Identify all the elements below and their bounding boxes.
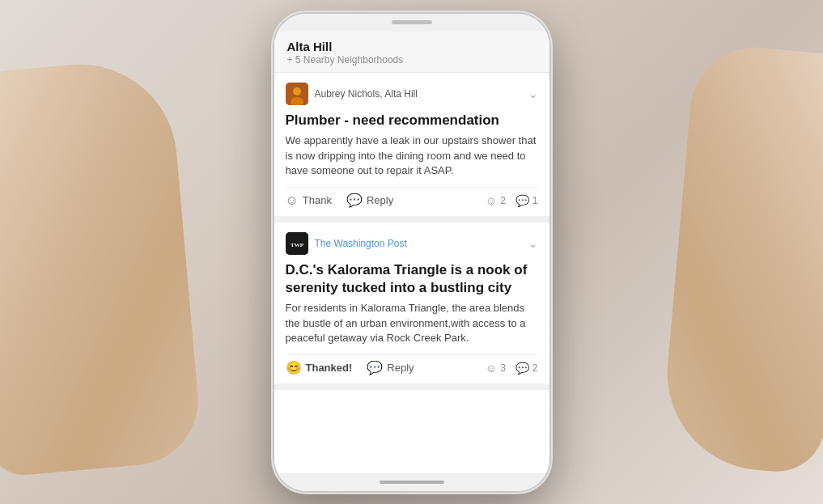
svg-text:TWP: TWP bbox=[291, 242, 304, 248]
post-1-author-row: Aubrey Nichols, Alta Hill bbox=[286, 83, 418, 105]
post-1-thank-button[interactable]: ☺ Thank bbox=[286, 193, 332, 208]
post-1-chevron-icon[interactable]: ⌄ bbox=[528, 87, 538, 100]
post-2-chevron-icon[interactable]: ⌄ bbox=[528, 237, 538, 250]
svg-point-1 bbox=[293, 87, 301, 95]
post-1-header: Aubrey Nichols, Alta Hill ⌄ bbox=[286, 83, 538, 105]
post-2-thanks-stat: ☺ 3 bbox=[486, 362, 506, 375]
replies-stat-icon: 💬 bbox=[515, 194, 529, 207]
post-1-reply-label: Reply bbox=[367, 194, 393, 206]
post-2-thanks-count: 3 bbox=[500, 362, 506, 374]
post-2-thank-label: Thanked! bbox=[306, 362, 353, 374]
thanks-stat-icon: ☺ bbox=[486, 194, 497, 207]
thanks-stat-icon-2: ☺ bbox=[486, 362, 497, 375]
post-2-stats: ☺ 3 💬 2 bbox=[486, 362, 538, 375]
post-1-body: We apparently have a leak in our upstair… bbox=[286, 133, 538, 180]
post-1-stats: ☺ 2 💬 1 bbox=[486, 194, 538, 207]
phone-screen: Alta Hill + 5 Nearby Neighborhoods bbox=[274, 32, 549, 473]
post-1-thanks-stat: ☺ 2 bbox=[486, 194, 506, 207]
phone-top-bar bbox=[274, 14, 549, 32]
location-subtitle: + 5 Nearby Neighborhoods bbox=[287, 54, 537, 66]
phone-bottom-bar bbox=[274, 473, 549, 491]
post-1-action-bar: ☺ Thank 💬 Reply ☺ 2 💬 bbox=[286, 187, 538, 208]
post-2-reply-button[interactable]: 💬 Reply bbox=[367, 360, 414, 375]
post-card-1: Aubrey Nichols, Alta Hill ⌄ Plumber - ne… bbox=[274, 73, 549, 223]
replies-stat-icon-2: 💬 bbox=[515, 362, 529, 375]
phone-frame: Alta Hill + 5 Nearby Neighborhoods bbox=[274, 14, 549, 491]
post-2-thank-button[interactable]: 😊 Thanked! bbox=[286, 360, 353, 375]
reply-icon: 💬 bbox=[346, 193, 363, 208]
post-2-action-bar: 😊 Thanked! 💬 Reply ☺ 3 💬 bbox=[286, 354, 538, 375]
feed: Aubrey Nichols, Alta Hill ⌄ Plumber - ne… bbox=[274, 73, 549, 473]
post-1-author-name: Aubrey Nichols, Alta Hill bbox=[315, 88, 418, 100]
post-2-body: For residents in Kalorama Triangle, the … bbox=[286, 301, 538, 347]
post-1-avatar bbox=[286, 83, 308, 105]
location-header: Alta Hill + 5 Nearby Neighborhoods bbox=[274, 32, 549, 73]
post-card-2: TWP The Washington Post ⌄ D.C.'s Kaloram… bbox=[274, 222, 549, 390]
phone-speaker bbox=[392, 20, 432, 24]
post-2-replies-count: 2 bbox=[532, 362, 538, 374]
post-1-thank-label: Thank bbox=[303, 194, 332, 206]
thanked-icon: 😊 bbox=[286, 360, 302, 375]
post-1-replies-count: 1 bbox=[532, 195, 538, 206]
post-2-replies-stat: 💬 2 bbox=[515, 362, 538, 375]
reply-icon-2: 💬 bbox=[367, 360, 383, 375]
post-2-avatar: TWP bbox=[286, 232, 308, 255]
home-indicator bbox=[380, 481, 444, 484]
post-1-reply-button[interactable]: 💬 Reply bbox=[346, 193, 393, 208]
thank-icon: ☺ bbox=[286, 193, 299, 208]
location-title: Alta Hill bbox=[287, 40, 537, 53]
post-1-replies-stat: 💬 1 bbox=[515, 194, 538, 207]
post-2-author-row: TWP The Washington Post bbox=[286, 232, 407, 255]
post-2-title: D.C.'s Kalorama Triangle is a nook of se… bbox=[286, 261, 538, 296]
post-2-reply-label: Reply bbox=[387, 362, 414, 374]
post-2-header: TWP The Washington Post ⌄ bbox=[286, 232, 538, 255]
post-1-thanks-count: 2 bbox=[500, 195, 506, 206]
post-1-title: Plumber - need recommendation bbox=[286, 112, 538, 129]
post-2-author-name: The Washington Post bbox=[315, 238, 407, 249]
